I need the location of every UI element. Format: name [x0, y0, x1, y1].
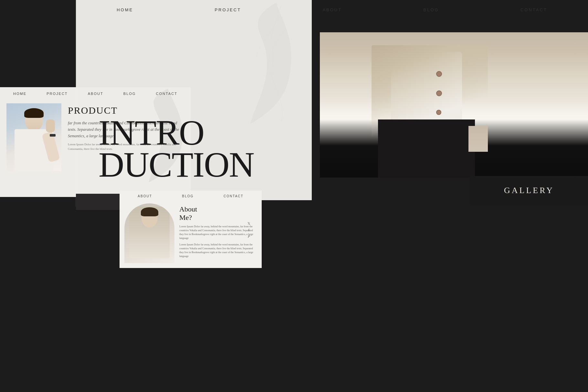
about-title: About Me? — [179, 205, 257, 222]
about-nav-blog[interactable]: BLOG — [182, 194, 194, 198]
about-photo — [124, 203, 174, 263]
about-card: ABOUT BLOG CONTACT About Me? Lorem Ipsum… — [120, 191, 262, 268]
separator-line — [75, 0, 76, 207]
hero-text: INTRO DUCTION — [99, 117, 254, 181]
about-text-content: About Me? Lorem Ipsum Dolor far away, be… — [179, 203, 257, 263]
about-body2: Lorem Ipsum Dolor far away, behind the w… — [179, 243, 257, 258]
button-detail-3 — [436, 110, 441, 115]
about-content: About Me? Lorem Ipsum Dolor far away, be… — [120, 202, 262, 265]
main-nav: HOME PROJECT ABOUT BLOG CONTACT — [76, 0, 588, 19]
button-detail-2 — [436, 90, 442, 96]
pinterest-icon[interactable]: 𝑃 — [247, 234, 251, 239]
dark-pants — [378, 119, 475, 178]
about-body1: Lorem Ipsum Dolor far away, behind the w… — [179, 225, 257, 240]
about-nav-about[interactable]: ABOUT — [138, 194, 152, 198]
leaf-decoration-icon — [215, 0, 312, 129]
social-icons: 𝕏 f 𝑃 — [247, 221, 251, 239]
nav-blog[interactable]: BLOG — [424, 7, 439, 12]
facebook-icon[interactable]: f — [247, 228, 251, 232]
nav-project[interactable]: PROJECT — [215, 7, 241, 12]
gallery-label: GALLERY — [504, 186, 554, 195]
about-card-nav: ABOUT BLOG CONTACT — [120, 191, 262, 202]
dark-strip-left — [76, 194, 120, 210]
nav-home[interactable]: HOME — [117, 7, 133, 12]
button-detail-1 — [436, 71, 442, 77]
product-nav-home[interactable]: HOME — [13, 92, 26, 96]
gallery-section: GALLERY — [470, 176, 588, 205]
about-nav-contact[interactable]: CONTACT — [224, 194, 244, 198]
product-nav-project[interactable]: PROJECT — [47, 92, 68, 96]
twitter-icon[interactable]: 𝕏 — [247, 221, 251, 226]
nav-contact[interactable]: CONTACT — [520, 7, 547, 12]
nav-about[interactable]: ABOUT — [322, 7, 342, 12]
hero-line1: INTRO — [99, 117, 254, 149]
hand-right — [468, 126, 488, 152]
product-photo — [6, 103, 61, 171]
hero-line2: DUCTION — [99, 149, 254, 181]
product-nav-about[interactable]: ABOUT — [88, 92, 103, 96]
fashion-photo-card — [320, 32, 588, 178]
